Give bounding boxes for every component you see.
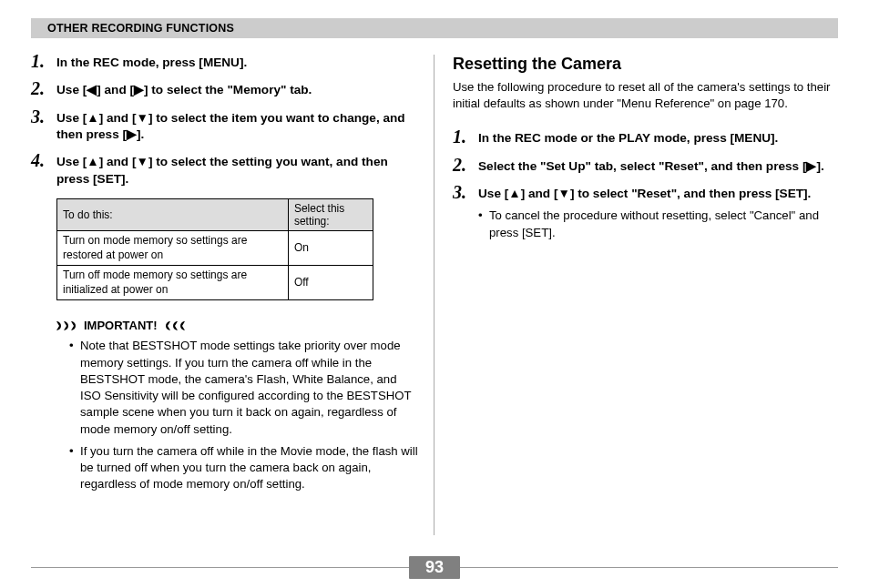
left-column: In the REC mode, press [MENU]. Use [◀] a… <box>31 55 434 535</box>
important-label: IMPORTANT! <box>84 319 158 332</box>
right-steps-list: In the REC mode or the PLAY mode, press … <box>453 130 838 240</box>
step-text: Use [▲] and [▼] to select "Reset", and t… <box>478 187 811 200</box>
left-steps-list: In the REC mode, press [MENU]. Use [◀] a… <box>31 55 419 188</box>
section-header: OTHER RECORDING FUNCTIONS <box>31 18 838 38</box>
table-cell: Off <box>288 266 373 300</box>
footer-rule <box>31 567 409 568</box>
section-heading: Resetting the Camera <box>453 55 838 74</box>
page-footer: 93 <box>31 556 838 579</box>
two-column-layout: In the REC mode, press [MENU]. Use [◀] a… <box>31 55 838 535</box>
table-cell: Turn on mode memory so settings are rest… <box>57 231 289 266</box>
page-number-badge: 93 <box>409 556 460 579</box>
step-item: Select the "Set Up" tab, select "Reset",… <box>453 158 838 175</box>
note-item: If you turn the camera off while in the … <box>69 443 419 493</box>
step-item: Use [▲] and [▼] to select the item you w… <box>31 110 419 144</box>
table-header-row: To do this: Select this setting: <box>57 199 373 231</box>
note-item: To cancel the procedure without resettin… <box>478 208 838 240</box>
manual-page: OTHER RECORDING FUNCTIONS In the REC mod… <box>0 0 869 588</box>
step-item: Use [▲] and [▼] to select the setting yo… <box>31 154 419 188</box>
table-cell: Turn off mode memory so settings are ini… <box>57 266 289 300</box>
step-item: In the REC mode or the PLAY mode, press … <box>453 130 838 147</box>
table-row: Turn off mode memory so settings are ini… <box>57 266 373 300</box>
table-row: Turn on mode memory so settings are rest… <box>57 231 373 266</box>
important-notes-list: Note that BESTSHOT mode settings take pr… <box>69 338 419 492</box>
table-cell: On <box>288 231 373 266</box>
settings-table: To do this: Select this setting: Turn on… <box>56 198 373 300</box>
table-header-cell: Select this setting: <box>288 199 373 231</box>
section-intro: Use the following procedure to reset all… <box>453 79 838 112</box>
step-item: In the REC mode, press [MENU]. <box>31 55 419 71</box>
sub-notes-list: To cancel the procedure without resettin… <box>478 208 838 240</box>
important-marker: IMPORTANT! <box>56 319 419 332</box>
note-item: Note that BESTSHOT mode settings take pr… <box>69 338 419 437</box>
step-item: Use [◀] and [▶] to select the "Memory" t… <box>31 82 419 98</box>
right-column: Resetting the Camera Use the following p… <box>434 55 838 535</box>
backward-arrows-icon <box>163 321 185 330</box>
forward-arrows-icon <box>56 321 78 330</box>
table-header-cell: To do this: <box>57 199 289 231</box>
step-item: Use [▲] and [▼] to select "Reset", and t… <box>453 186 838 241</box>
footer-rule <box>460 567 838 568</box>
